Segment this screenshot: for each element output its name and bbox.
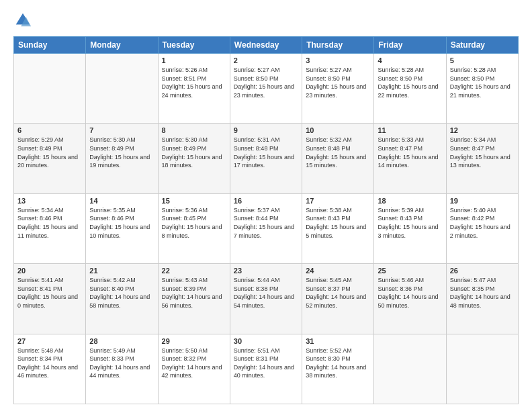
day-info: Sunrise: 5:35 AMSunset: 8:46 PMDaylight:… (89, 206, 154, 240)
calendar-day-header: Sunday (14, 37, 86, 54)
calendar-cell: 14Sunrise: 5:35 AMSunset: 8:46 PMDayligh… (86, 193, 158, 263)
day-number: 12 (450, 126, 515, 134)
calendar-table: SundayMondayTuesdayWednesdayThursdayFrid… (13, 36, 519, 404)
calendar-cell: 30Sunrise: 5:51 AMSunset: 8:31 PMDayligh… (230, 334, 302, 404)
day-number: 1 (162, 56, 226, 64)
day-number: 22 (162, 267, 226, 275)
day-number: 30 (234, 337, 298, 345)
day-number: 20 (17, 267, 82, 275)
calendar-cell: 2Sunrise: 5:27 AMSunset: 8:50 PMDaylight… (230, 54, 302, 124)
day-info: Sunrise: 5:47 AMSunset: 8:35 PMDaylight:… (450, 276, 515, 310)
calendar-cell: 21Sunrise: 5:42 AMSunset: 8:40 PMDayligh… (86, 264, 158, 334)
calendar-cell (14, 54, 86, 124)
day-info: Sunrise: 5:46 AMSunset: 8:36 PMDaylight:… (378, 276, 442, 310)
day-number: 6 (17, 126, 82, 134)
calendar-cell: 5Sunrise: 5:28 AMSunset: 8:50 PMDaylight… (446, 54, 518, 124)
day-info: Sunrise: 5:49 AMSunset: 8:33 PMDaylight:… (89, 347, 154, 380)
calendar-day-header: Thursday (302, 37, 374, 54)
calendar-week-row: 13Sunrise: 5:34 AMSunset: 8:46 PMDayligh… (14, 193, 519, 263)
day-number: 5 (450, 56, 515, 64)
calendar-cell: 19Sunrise: 5:40 AMSunset: 8:42 PMDayligh… (446, 193, 518, 263)
day-info: Sunrise: 5:44 AMSunset: 8:38 PMDaylight:… (234, 276, 298, 310)
calendar-week-row: 6Sunrise: 5:29 AMSunset: 8:49 PMDaylight… (14, 124, 519, 193)
day-info: Sunrise: 5:42 AMSunset: 8:40 PMDaylight:… (89, 276, 154, 310)
day-info: Sunrise: 5:34 AMSunset: 8:46 PMDaylight:… (17, 206, 82, 240)
day-info: Sunrise: 5:28 AMSunset: 8:50 PMDaylight:… (450, 66, 515, 99)
calendar-cell: 31Sunrise: 5:52 AMSunset: 8:30 PMDayligh… (302, 334, 374, 404)
calendar-cell: 10Sunrise: 5:32 AMSunset: 8:48 PMDayligh… (302, 124, 374, 193)
calendar-week-row: 20Sunrise: 5:41 AMSunset: 8:41 PMDayligh… (14, 264, 519, 334)
calendar-cell: 11Sunrise: 5:33 AMSunset: 8:47 PMDayligh… (374, 124, 446, 193)
calendar-day-header: Saturday (446, 37, 518, 54)
page: SundayMondayTuesdayWednesdayThursdayFrid… (0, 0, 532, 411)
day-info: Sunrise: 5:32 AMSunset: 8:48 PMDaylight:… (306, 136, 370, 169)
calendar-cell: 4Sunrise: 5:28 AMSunset: 8:50 PMDaylight… (374, 54, 446, 124)
day-number: 11 (378, 126, 442, 134)
day-info: Sunrise: 5:41 AMSunset: 8:41 PMDaylight:… (17, 276, 82, 310)
day-info: Sunrise: 5:26 AMSunset: 8:51 PMDaylight:… (162, 66, 226, 99)
day-number: 18 (378, 197, 442, 205)
day-info: Sunrise: 5:27 AMSunset: 8:50 PMDaylight:… (306, 66, 370, 99)
day-number: 17 (306, 197, 370, 205)
day-info: Sunrise: 5:37 AMSunset: 8:44 PMDaylight:… (234, 206, 298, 240)
day-info: Sunrise: 5:38 AMSunset: 8:43 PMDaylight:… (306, 206, 370, 240)
calendar-cell: 23Sunrise: 5:44 AMSunset: 8:38 PMDayligh… (230, 264, 302, 334)
calendar-cell: 25Sunrise: 5:46 AMSunset: 8:36 PMDayligh… (374, 264, 446, 334)
day-number: 15 (162, 197, 226, 205)
calendar-day-header: Wednesday (230, 37, 302, 54)
day-info: Sunrise: 5:45 AMSunset: 8:37 PMDaylight:… (306, 276, 370, 310)
calendar-header-row: SundayMondayTuesdayWednesdayThursdayFrid… (14, 37, 519, 54)
day-number: 24 (306, 267, 370, 275)
calendar-cell: 12Sunrise: 5:34 AMSunset: 8:47 PMDayligh… (446, 124, 518, 193)
day-number: 10 (306, 126, 370, 134)
day-info: Sunrise: 5:48 AMSunset: 8:34 PMDaylight:… (17, 347, 82, 380)
calendar-cell: 20Sunrise: 5:41 AMSunset: 8:41 PMDayligh… (14, 264, 86, 334)
day-info: Sunrise: 5:31 AMSunset: 8:48 PMDaylight:… (234, 136, 298, 169)
calendar-cell: 18Sunrise: 5:39 AMSunset: 8:43 PMDayligh… (374, 193, 446, 263)
day-number: 14 (89, 197, 154, 205)
day-info: Sunrise: 5:36 AMSunset: 8:45 PMDaylight:… (162, 206, 226, 240)
day-number: 21 (89, 267, 154, 275)
calendar-cell: 3Sunrise: 5:27 AMSunset: 8:50 PMDaylight… (302, 54, 374, 124)
calendar-day-header: Friday (374, 37, 446, 54)
calendar-cell (446, 334, 518, 404)
day-number: 7 (89, 126, 154, 134)
calendar-cell: 26Sunrise: 5:47 AMSunset: 8:35 PMDayligh… (446, 264, 518, 334)
day-number: 9 (234, 126, 298, 134)
day-info: Sunrise: 5:51 AMSunset: 8:31 PMDaylight:… (234, 347, 298, 380)
calendar-cell: 22Sunrise: 5:43 AMSunset: 8:39 PMDayligh… (158, 264, 230, 334)
calendar-week-row: 1Sunrise: 5:26 AMSunset: 8:51 PMDaylight… (14, 54, 519, 124)
day-number: 13 (17, 197, 82, 205)
logo-icon (13, 11, 32, 30)
day-info: Sunrise: 5:52 AMSunset: 8:30 PMDaylight:… (306, 347, 370, 380)
calendar-cell: 8Sunrise: 5:30 AMSunset: 8:49 PMDaylight… (158, 124, 230, 193)
calendar-cell: 13Sunrise: 5:34 AMSunset: 8:46 PMDayligh… (14, 193, 86, 263)
day-number: 26 (450, 267, 515, 275)
calendar-cell: 27Sunrise: 5:48 AMSunset: 8:34 PMDayligh… (14, 334, 86, 404)
day-info: Sunrise: 5:43 AMSunset: 8:39 PMDaylight:… (162, 276, 226, 310)
day-info: Sunrise: 5:33 AMSunset: 8:47 PMDaylight:… (378, 136, 442, 169)
day-number: 2 (234, 56, 298, 64)
day-info: Sunrise: 5:29 AMSunset: 8:49 PMDaylight:… (17, 136, 82, 169)
calendar-cell: 17Sunrise: 5:38 AMSunset: 8:43 PMDayligh… (302, 193, 374, 263)
calendar-cell: 1Sunrise: 5:26 AMSunset: 8:51 PMDaylight… (158, 54, 230, 124)
day-info: Sunrise: 5:28 AMSunset: 8:50 PMDaylight:… (378, 66, 442, 99)
calendar-cell: 7Sunrise: 5:30 AMSunset: 8:49 PMDaylight… (86, 124, 158, 193)
day-info: Sunrise: 5:40 AMSunset: 8:42 PMDaylight:… (450, 206, 515, 240)
calendar-cell (86, 54, 158, 124)
logo (13, 11, 35, 30)
day-number: 19 (450, 197, 515, 205)
calendar-cell: 24Sunrise: 5:45 AMSunset: 8:37 PMDayligh… (302, 264, 374, 334)
calendar-week-row: 27Sunrise: 5:48 AMSunset: 8:34 PMDayligh… (14, 334, 519, 404)
day-info: Sunrise: 5:27 AMSunset: 8:50 PMDaylight:… (234, 66, 298, 99)
day-number: 29 (162, 337, 226, 345)
day-number: 4 (378, 56, 442, 64)
day-number: 31 (306, 337, 370, 345)
day-info: Sunrise: 5:34 AMSunset: 8:47 PMDaylight:… (450, 136, 515, 169)
calendar-cell: 9Sunrise: 5:31 AMSunset: 8:48 PMDaylight… (230, 124, 302, 193)
calendar-cell: 15Sunrise: 5:36 AMSunset: 8:45 PMDayligh… (158, 193, 230, 263)
day-number: 25 (378, 267, 442, 275)
day-info: Sunrise: 5:30 AMSunset: 8:49 PMDaylight:… (162, 136, 226, 169)
calendar-cell: 28Sunrise: 5:49 AMSunset: 8:33 PMDayligh… (86, 334, 158, 404)
calendar-day-header: Monday (86, 37, 158, 54)
